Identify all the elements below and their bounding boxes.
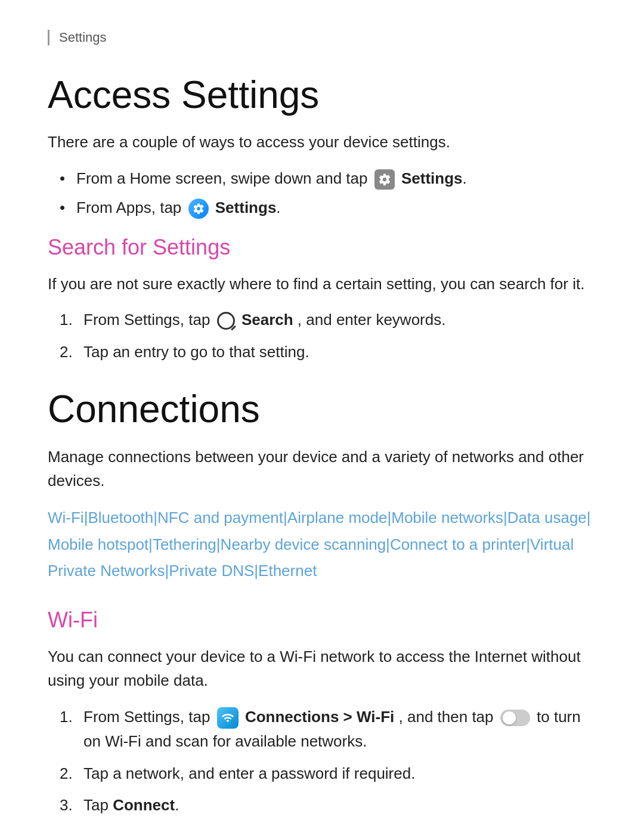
link-tethering[interactable]: Tethering (153, 535, 216, 553)
step-1-num: 1. (60, 308, 73, 333)
wifi-icon (217, 707, 239, 729)
bullet-1-bold: Settings (401, 169, 463, 187)
toggle-icon (500, 710, 530, 726)
link-nfc[interactable]: NFC and payment (157, 509, 283, 527)
search-step-2-text: Tap an entry to go to that setting. (83, 343, 309, 361)
bullet-1-prefix: From a Home screen, swipe down and tap (76, 169, 367, 187)
link-airplane[interactable]: Airplane mode (287, 509, 388, 527)
bullet-2-suffix: . (276, 199, 280, 216)
wifi-step-1-num: 1. (60, 705, 73, 730)
connections-intro: Manage connections between your device a… (48, 445, 596, 493)
search-settings-intro: If you are not sure exactly where to fin… (48, 272, 596, 296)
link-bluetooth[interactable]: Bluetooth (88, 509, 153, 527)
wifi-step-3-prefix: Tap (83, 796, 109, 814)
bullet-2-bold: Settings (215, 199, 277, 216)
access-settings-title: Access Settings (48, 74, 596, 116)
search-step-1-bold: Search (242, 311, 293, 329)
breadcrumb: Settings (48, 30, 596, 45)
gear-icon (374, 169, 395, 190)
step-2-num: 2. (60, 340, 73, 365)
wifi-step-1-prefix: From Settings, tap (83, 708, 210, 726)
sep-5: | (503, 509, 507, 527)
wifi-step-1-bold: Connections > Wi-Fi (245, 708, 394, 726)
wifi-step-2: 2. Tap a network, and enter a password i… (60, 761, 596, 786)
search-step-1-prefix: From Settings, tap (83, 311, 210, 329)
wifi-step-3: 3. Tap Connect. (60, 793, 596, 818)
access-settings-intro: There are a couple of ways to access you… (48, 130, 596, 154)
sep-8: | (216, 535, 221, 553)
wifi-steps: 1. From Settings, tap Connections > Wi-F… (60, 705, 596, 818)
connections-links: Wi-Fi|Bluetooth|NFC and payment|Airplane… (48, 504, 596, 584)
wifi-step-3-suffix: . (175, 796, 179, 814)
link-nearby-scanning[interactable]: Nearby device scanning (221, 535, 386, 553)
bullet-1-suffix: . (463, 169, 467, 187)
search-settings-steps: 1. From Settings, tap Search , and enter… (60, 308, 596, 364)
wifi-intro: You can connect your device to a Wi-Fi n… (48, 645, 596, 693)
search-step-1-suffix: , and enter keywords. (298, 311, 446, 329)
link-private-dns[interactable]: Private DNS (169, 562, 254, 580)
access-settings-bullets: From a Home screen, swipe down and tap S… (60, 166, 596, 221)
blue-circle-icon (188, 199, 209, 219)
sep-7: | (148, 535, 153, 553)
bullet-2-prefix: From Apps, tap (76, 199, 181, 216)
wifi-step-2-text: Tap a network, and enter a password if r… (83, 764, 415, 782)
sep-6: | (587, 509, 591, 527)
search-step-2: 2. Tap an entry to go to that setting. (60, 340, 596, 365)
wifi-step-1-middle: , and then tap (399, 708, 494, 726)
link-data-usage[interactable]: Data usage (507, 509, 587, 527)
search-settings-title: Search for Settings (48, 235, 596, 260)
wifi-step-3-num: 3. (60, 793, 73, 818)
sep-9: | (386, 535, 390, 553)
wifi-step-2-num: 2. (60, 761, 73, 786)
search-icon (217, 312, 235, 330)
link-mobile-networks[interactable]: Mobile networks (391, 509, 503, 527)
link-ethernet[interactable]: Ethernet (258, 562, 317, 580)
wifi-step-1: 1. From Settings, tap Connections > Wi-F… (60, 705, 596, 754)
link-printer[interactable]: Connect to a printer (390, 535, 526, 553)
connections-title: Connections (48, 388, 596, 430)
link-hotspot[interactable]: Mobile hotspot (48, 535, 148, 553)
wifi-step-3-bold: Connect (113, 796, 175, 814)
sep-10: | (526, 535, 530, 553)
bullet-item-1: From a Home screen, swipe down and tap S… (60, 166, 596, 191)
wifi-title: Wi-Fi (48, 608, 596, 633)
search-step-1: 1. From Settings, tap Search , and enter… (60, 308, 596, 333)
bullet-item-2: From Apps, tap Settings. (60, 196, 596, 221)
link-wifi[interactable]: Wi-Fi (48, 509, 84, 527)
sep-3: | (283, 509, 287, 527)
